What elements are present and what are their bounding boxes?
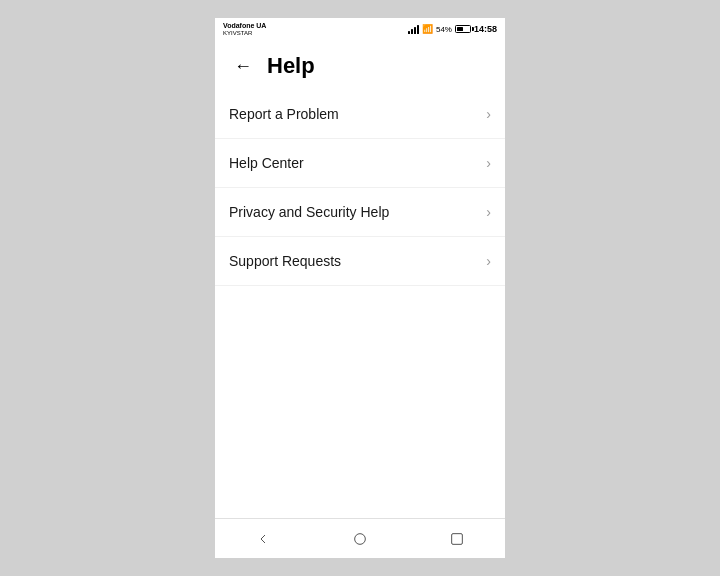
phone-frame: Vodafone UA KYIVSTAR 📶 54% 14:58 bbox=[215, 18, 505, 558]
page-header: ← Help bbox=[215, 40, 505, 90]
menu-item-label: Report a Problem bbox=[229, 106, 339, 122]
menu-item-help-center[interactable]: Help Center › bbox=[215, 139, 505, 188]
status-bar: Vodafone UA KYIVSTAR 📶 54% 14:58 bbox=[215, 18, 505, 40]
back-arrow-icon: ← bbox=[234, 56, 252, 77]
carrier-sub: KYIVSTAR bbox=[223, 30, 266, 37]
back-button[interactable]: ← bbox=[229, 52, 257, 80]
status-icons: 📶 54% 14:58 bbox=[408, 24, 497, 34]
battery-icon bbox=[455, 25, 471, 33]
nav-recents-button[interactable] bbox=[439, 521, 475, 557]
nav-recents-icon bbox=[449, 531, 465, 547]
chevron-right-icon: › bbox=[486, 155, 491, 171]
menu-item-label: Help Center bbox=[229, 155, 304, 171]
chevron-right-icon: › bbox=[486, 204, 491, 220]
battery-percent: 54% bbox=[436, 25, 452, 34]
nav-bar bbox=[215, 518, 505, 558]
menu-item-support-requests[interactable]: Support Requests › bbox=[215, 237, 505, 286]
menu-item-label: Privacy and Security Help bbox=[229, 204, 389, 220]
menu-item-privacy-security[interactable]: Privacy and Security Help › bbox=[215, 188, 505, 237]
nav-home-icon bbox=[352, 531, 368, 547]
chevron-right-icon: › bbox=[486, 106, 491, 122]
svg-rect-1 bbox=[451, 533, 462, 544]
time-display: 14:58 bbox=[474, 24, 497, 34]
menu-item-report-problem[interactable]: Report a Problem › bbox=[215, 90, 505, 139]
svg-point-0 bbox=[355, 533, 366, 544]
carrier-info: Vodafone UA KYIVSTAR bbox=[223, 22, 266, 36]
wifi-icon: 📶 bbox=[422, 24, 433, 34]
chevron-right-icon: › bbox=[486, 253, 491, 269]
carrier-name: Vodafone UA bbox=[223, 22, 266, 30]
nav-back-icon bbox=[255, 531, 271, 547]
signal-icon bbox=[408, 25, 419, 34]
menu-item-label: Support Requests bbox=[229, 253, 341, 269]
nav-home-button[interactable] bbox=[342, 521, 378, 557]
page-title: Help bbox=[267, 53, 315, 79]
menu-list: Report a Problem › Help Center › Privacy… bbox=[215, 90, 505, 518]
nav-back-button[interactable] bbox=[245, 521, 281, 557]
page-content: ← Help Report a Problem › Help Center › … bbox=[215, 40, 505, 518]
